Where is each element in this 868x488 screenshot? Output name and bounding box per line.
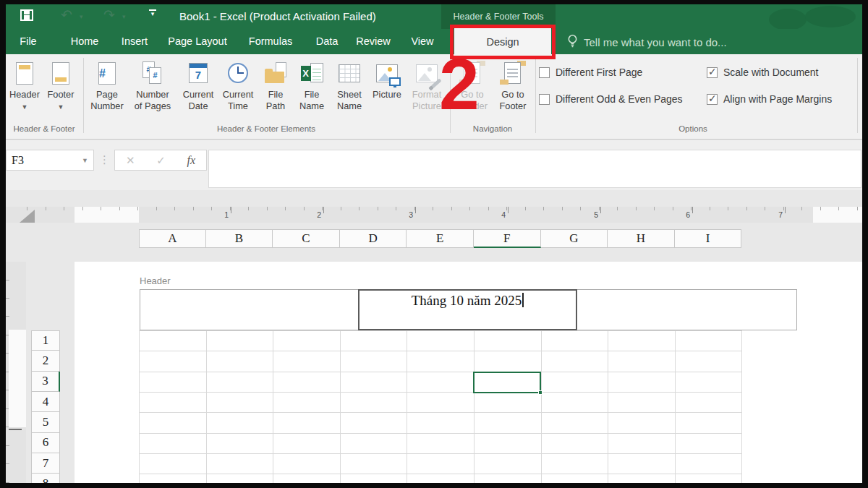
formula-bar-buttons: ✕ ✓ fx bbox=[114, 150, 207, 171]
header-button[interactable]: Header ▼ bbox=[7, 57, 42, 111]
checkbox-icon[interactable] bbox=[707, 67, 718, 78]
formula-input[interactable] bbox=[208, 150, 861, 188]
number-of-pages-icon: ## bbox=[141, 61, 164, 85]
chevron-down-icon: ▼ bbox=[22, 103, 28, 111]
tab-view[interactable]: View bbox=[411, 35, 433, 47]
selected-cell-F3[interactable] bbox=[473, 372, 541, 393]
row-header-6[interactable]: 6 bbox=[31, 433, 60, 453]
current-date-button[interactable]: 7 Current Date bbox=[178, 57, 218, 111]
tab-insert[interactable]: Insert bbox=[122, 35, 148, 47]
ruler-tick bbox=[508, 207, 509, 213]
format-picture-icon bbox=[416, 64, 438, 82]
ruler-number: 5 bbox=[589, 210, 598, 219]
name-box[interactable]: F3 ▼ bbox=[6, 150, 94, 171]
tab-data[interactable]: Data bbox=[316, 35, 339, 47]
cell-grid[interactable] bbox=[139, 330, 742, 483]
ruler-number: 7 bbox=[773, 210, 783, 219]
page-number-button[interactable]: # Page Number bbox=[87, 57, 127, 111]
column-headers: ABCDEFGHI bbox=[139, 229, 741, 248]
sheet-name-button[interactable]: Sheet Name bbox=[331, 57, 367, 111]
go-to-footer-button[interactable]: Go to Footer bbox=[493, 57, 532, 111]
chevron-down-icon: ▼ bbox=[58, 103, 64, 111]
checkbox-icon[interactable] bbox=[539, 67, 550, 78]
cancel-icon[interactable]: ✕ bbox=[126, 154, 135, 167]
ruler-number: 1 bbox=[219, 210, 229, 219]
customize-qat-icon[interactable]: ▾ bbox=[149, 9, 156, 17]
column-header-D[interactable]: D bbox=[340, 229, 407, 248]
tab-review[interactable]: Review bbox=[356, 35, 391, 47]
tell-me-box[interactable]: Tell me what you want to do... bbox=[567, 34, 727, 50]
tab-home[interactable]: Home bbox=[71, 35, 99, 47]
column-header-B[interactable]: B bbox=[206, 229, 273, 248]
group-separator bbox=[535, 58, 536, 133]
undo-icon[interactable]: ↶ bbox=[61, 8, 72, 22]
row-header-4[interactable]: 4 bbox=[31, 392, 60, 412]
tab-file[interactable]: File bbox=[20, 35, 36, 47]
align-with-page-margins-option[interactable]: Align with Page Margins bbox=[707, 93, 832, 105]
redo-icon[interactable]: ↷ bbox=[103, 8, 115, 22]
column-header-C[interactable]: C bbox=[273, 229, 340, 248]
group-label-header-footer: Header & Footer bbox=[13, 124, 75, 133]
undo-dropdown-icon[interactable]: ▾ bbox=[80, 13, 83, 20]
header-left-section[interactable] bbox=[140, 289, 359, 330]
tab-formulas[interactable]: Formulas bbox=[249, 35, 292, 47]
column-header-F[interactable]: F bbox=[474, 229, 541, 248]
row-header-1[interactable]: 1 bbox=[31, 330, 60, 351]
vertical-ruler bbox=[6, 262, 26, 483]
formula-bar-resize-handle[interactable]: ⋮ bbox=[99, 153, 110, 166]
number-of-pages-button[interactable]: ## Number of Pages bbox=[129, 57, 176, 111]
row-header-2[interactable]: 2 bbox=[31, 351, 60, 371]
file-path-button[interactable]: File Path bbox=[259, 57, 292, 111]
excel-file-icon: X bbox=[301, 62, 323, 84]
fill-handle[interactable] bbox=[538, 390, 542, 395]
scale-with-document-option[interactable]: Scale with Document bbox=[707, 67, 819, 78]
ruler-tick bbox=[692, 207, 693, 213]
column-header-A[interactable]: A bbox=[139, 229, 206, 248]
column-header-E[interactable]: E bbox=[407, 229, 474, 248]
row-header-3[interactable]: 3 bbox=[31, 372, 60, 392]
insert-function-icon[interactable]: fx bbox=[187, 154, 196, 167]
different-odd-even-pages-option[interactable]: Different Odd & Even Pages bbox=[539, 93, 683, 105]
column-header-G[interactable]: G bbox=[541, 229, 608, 248]
ruler-tick bbox=[323, 207, 324, 213]
ruler-tick bbox=[785, 207, 786, 213]
row-header-5[interactable]: 5 bbox=[31, 412, 60, 432]
column-header-H[interactable]: H bbox=[608, 229, 675, 248]
group-separator bbox=[857, 58, 858, 133]
group-label-elements: Header & Footer Elements bbox=[217, 124, 315, 133]
chevron-down-icon[interactable]: ▼ bbox=[82, 157, 88, 164]
cell-reference: F3 bbox=[12, 154, 24, 167]
horizontal-ruler bbox=[6, 207, 862, 223]
file-name-button[interactable]: X File Name bbox=[294, 57, 330, 111]
header-area-label: Header bbox=[140, 275, 171, 286]
ruler-tick bbox=[600, 207, 601, 213]
lightbulb-icon bbox=[567, 34, 578, 50]
row-header-7[interactable]: 7 bbox=[31, 453, 60, 474]
current-time-button[interactable]: Current Time bbox=[218, 57, 258, 111]
go-to-footer-icon bbox=[501, 61, 525, 85]
title-bar bbox=[6, 4, 862, 29]
page-number-icon: # bbox=[98, 62, 116, 85]
header-icon bbox=[16, 62, 33, 85]
picture-icon bbox=[376, 64, 398, 82]
column-header-I[interactable]: I bbox=[675, 229, 742, 248]
enter-icon[interactable]: ✓ bbox=[156, 154, 166, 167]
tell-me-label: Tell me what you want to do... bbox=[584, 36, 727, 48]
tab-page-layout[interactable]: Page Layout bbox=[168, 35, 226, 47]
different-first-page-option[interactable]: Different First Page bbox=[539, 67, 642, 78]
picture-button[interactable]: Picture bbox=[369, 57, 405, 100]
checkbox-icon[interactable] bbox=[707, 94, 718, 105]
footer-icon bbox=[52, 62, 69, 85]
header-right-section[interactable] bbox=[576, 289, 797, 330]
header-text: Tháng 10 năm 2025 bbox=[412, 293, 522, 309]
titlebar-watermark bbox=[763, 4, 862, 29]
redo-dropdown-icon[interactable]: ▾ bbox=[122, 13, 126, 20]
checkbox-icon[interactable] bbox=[539, 94, 550, 105]
header-center-section[interactable]: Tháng 10 năm 2025 bbox=[358, 289, 577, 330]
group-label-navigation: Navigation bbox=[473, 124, 512, 133]
annotation-step-number: 2 bbox=[439, 49, 480, 119]
window-title: Book1 - Excel (Product Activation Failed… bbox=[179, 10, 376, 22]
save-icon[interactable] bbox=[20, 9, 33, 21]
sheet-grid-icon bbox=[339, 64, 360, 82]
footer-button[interactable]: Footer ▼ bbox=[43, 57, 78, 111]
